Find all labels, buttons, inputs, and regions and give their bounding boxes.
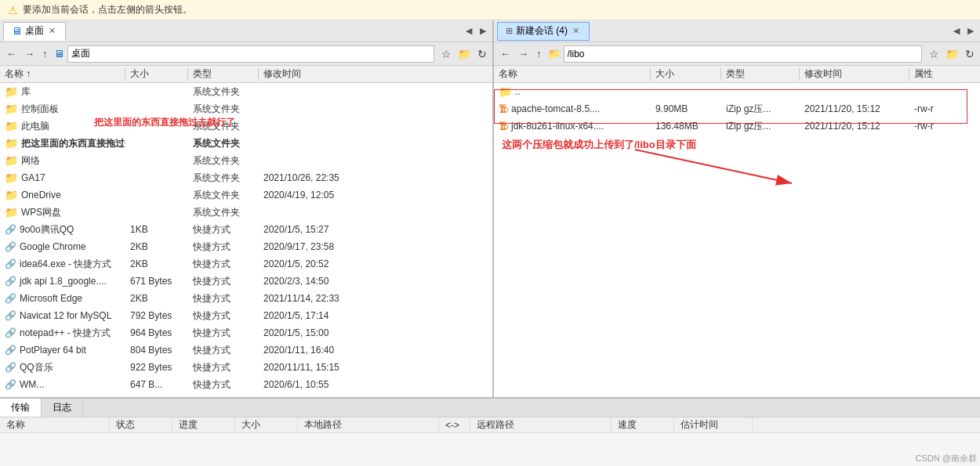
left-file-row[interactable]: 📁 库 系统文件夹 — [0, 83, 492, 100]
left-file-modified: 2021/10/26, 22:35 — [259, 172, 368, 184]
right-path-input[interactable] — [564, 45, 923, 63]
left-file-row[interactable]: 📁 网络 系统文件夹 — [0, 152, 492, 169]
right-forward-btn[interactable]: → — [515, 46, 532, 61]
transfer-col-eta: 估计时间 — [674, 417, 753, 432]
left-file-row[interactable]: 🔗 idea64.exe - 快捷方式 2KB 快捷方式 2020/1/5, 2… — [0, 255, 492, 273]
right-col-modified[interactable]: 修改时间 — [800, 67, 909, 81]
left-file-row[interactable]: 🔗 Microsoft Edge 2KB 快捷方式 2021/11/14, 22… — [0, 290, 492, 307]
right-file-size: 136.48MB — [651, 120, 721, 132]
left-col-modified[interactable]: 修改时间 — [259, 67, 368, 81]
left-tab-arrows: ◀ ▶ — [463, 24, 489, 38]
left-file-row[interactable]: 📁 此电脑 系统文件夹 — [0, 117, 492, 135]
left-file-name: 🔗 PotPlayer 64 bit — [0, 344, 125, 356]
left-file-size: 792 Bytes — [125, 309, 188, 322]
notification-bar: ⚠ 要添加当前会话，点击左侧的箭头按钮。 — [0, 0, 980, 20]
left-up-btn[interactable]: ↑ — [39, 46, 51, 61]
right-tab-session[interactable]: ⊞ 新建会话 (4) ✕ — [497, 22, 590, 41]
left-file-type: 快捷方式 — [188, 274, 259, 289]
left-file-type: 系统文件夹 — [188, 205, 259, 220]
right-file-modified — [800, 91, 909, 92]
right-refresh-btn[interactable]: ↻ — [963, 46, 977, 62]
left-tab-desktop[interactable]: 🖥 桌面 ✕ — [3, 22, 66, 41]
left-file-row[interactable]: 🔗 Navicat 12 for MySQL 792 Bytes 快捷方式 20… — [0, 307, 492, 324]
left-path-input[interactable] — [67, 45, 435, 63]
left-tab-next[interactable]: ▶ — [477, 24, 489, 38]
left-tab-prev[interactable]: ◀ — [463, 24, 475, 38]
right-file-row[interactable]: 🗜 jdk-8u261-linux-x64.... 136.48MB iZip … — [494, 117, 980, 135]
left-file-modified: 2020/1/5, 17:14 — [259, 309, 368, 322]
left-forward-btn[interactable]: → — [21, 46, 38, 61]
main-area: 🖥 桌面 ✕ ◀ ▶ ← → ↑ 🖥 ☆ 📁 ↻ 名称 ↑ 大小 — [0, 20, 980, 397]
left-col-type[interactable]: 类型 — [188, 67, 259, 81]
transfer-tab-transfer[interactable]: 传输 — [0, 399, 42, 417]
left-file-row[interactable]: 🔗 Google Chrome 2KB 快捷方式 2020/9/17, 23:5… — [0, 238, 492, 255]
left-file-row[interactable]: 📁 GA17 系统文件夹 2021/10/26, 22:35 — [0, 169, 492, 186]
left-col-name[interactable]: 名称 ↑ — [0, 67, 125, 81]
right-folder-btn[interactable]: 📁 — [943, 46, 961, 62]
right-back-btn[interactable]: ← — [497, 46, 514, 61]
left-file-row[interactable]: 🔗 PotPlayer 64 bit 804 Bytes 快捷方式 2020/1… — [0, 341, 492, 359]
right-file-list[interactable]: 📁 .. 🗜 apache-tomcat-8.5.... 9.90MB iZip… — [494, 83, 980, 397]
left-file-row[interactable]: 📁 控制面板 系统文件夹 — [0, 100, 492, 117]
right-file-type: iZip gz压... — [721, 102, 800, 117]
left-file-row[interactable]: 🔗 WM... 647 B... 快捷方式 2020/6/1, 10:55 — [0, 376, 492, 393]
right-file-type: iZip gz压... — [721, 119, 800, 134]
left-file-type: 系统文件夹 — [188, 188, 259, 203]
left-file-name: 📁 此电脑 — [0, 119, 125, 134]
transfer-col-direction: <-> — [439, 417, 470, 432]
left-tab-bar: 🖥 桌面 ✕ ◀ ▶ — [0, 20, 492, 42]
left-file-type: 系统文件夹 — [188, 154, 259, 168]
left-folder-btn[interactable]: 📁 — [456, 46, 474, 62]
right-file-type — [721, 91, 800, 92]
left-toolbar: ← → ↑ 🖥 ☆ 📁 ↻ — [0, 42, 492, 66]
right-file-row[interactable]: 📁 .. — [494, 83, 980, 100]
left-tab-close[interactable]: ✕ — [47, 26, 57, 36]
left-file-modified: 2020/2/3, 14:50 — [259, 275, 368, 287]
left-file-row[interactable]: 🔗 QQ音乐 922 Bytes 快捷方式 2020/11/11, 15:15 — [0, 359, 492, 376]
left-file-row[interactable]: 🔗 9o0o腾讯QQ 1KB 快捷方式 2020/1/5, 15:27 — [0, 221, 492, 238]
right-bookmark-btn[interactable]: ☆ — [927, 46, 942, 62]
left-file-modified — [259, 143, 368, 144]
transfer-tab-log[interactable]: 日志 — [42, 399, 83, 417]
right-col-attr[interactable]: 属性 — [909, 67, 956, 81]
left-file-size — [125, 143, 188, 144]
right-col-name[interactable]: 名称 — [494, 67, 651, 81]
left-back-btn[interactable]: ← — [3, 46, 20, 61]
left-file-list[interactable]: 📁 库 系统文件夹 📁 控制面板 系统文件夹 📁 此电脑 系统文件夹 📁 把这里… — [0, 83, 492, 397]
right-file-name: 🗜 jdk-8u261-linux-x64.... — [494, 120, 651, 132]
left-file-row[interactable]: 📁 WPS网盘 系统文件夹 — [0, 204, 492, 221]
left-bookmark-btn[interactable]: ☆ — [439, 46, 454, 62]
right-up-btn[interactable]: ↑ — [533, 46, 545, 61]
right-tab-close[interactable]: ✕ — [571, 26, 581, 36]
left-file-type: 快捷方式 — [188, 326, 259, 341]
left-refresh-btn[interactable]: ↻ — [475, 46, 489, 62]
left-file-row[interactable]: 📁 OneDrive 系统文件夹 2020/4/19, 12:05 — [0, 186, 492, 204]
right-file-attr: -rw-r — [909, 120, 956, 132]
left-file-size — [125, 177, 188, 179]
left-file-row[interactable]: 🔗 jdk api 1.8_google.... 671 Bytes 快捷方式 … — [0, 273, 492, 290]
left-file-size — [125, 125, 188, 127]
left-file-type: 快捷方式 — [188, 257, 259, 272]
right-tab-prev[interactable]: ◀ — [950, 24, 963, 38]
right-col-size[interactable]: 大小 — [651, 67, 721, 81]
left-panel: 🖥 桌面 ✕ ◀ ▶ ← → ↑ 🖥 ☆ 📁 ↻ 名称 ↑ 大小 — [0, 20, 494, 397]
right-tab-next[interactable]: ▶ — [964, 24, 977, 38]
left-file-row[interactable]: 🔗 notepad++ - 快捷方式 964 Bytes 快捷方式 2020/1… — [0, 324, 492, 341]
notification-text: 要添加当前会话，点击左侧的箭头按钮。 — [23, 3, 192, 16]
left-file-size: 922 Bytes — [125, 361, 188, 374]
transfer-area: 传输 日志 名称 状态 进度 大小 本地路径 <-> 远程路径 速度 估计时间 — [0, 397, 980, 466]
left-file-size — [125, 108, 188, 110]
left-file-name: 📁 网络 — [0, 154, 125, 168]
right-tab-label: 新建会话 (4) — [516, 24, 568, 38]
transfer-col-header: 名称 状态 进度 大小 本地路径 <-> 远程路径 速度 估计时间 — [0, 417, 980, 433]
right-toolbar-icons: ☆ 📁 ↻ — [927, 46, 977, 62]
left-file-row[interactable]: 📁 把这里面的东西直接拖过去就行了 系统文件夹 — [0, 135, 492, 152]
right-file-row[interactable]: 🗜 apache-tomcat-8.5.... 9.90MB iZip gz压.… — [494, 100, 980, 117]
left-file-name: 🔗 notepad++ - 快捷方式 — [0, 326, 125, 341]
left-file-type: 系统文件夹 — [188, 85, 259, 99]
left-file-modified: 2020/4/19, 12:05 — [259, 189, 368, 201]
left-file-type: 快捷方式 — [188, 291, 259, 306]
right-col-type[interactable]: 类型 — [721, 67, 800, 81]
left-file-name: 📁 把这里面的东西直接拖过去就行了 — [0, 136, 125, 151]
left-col-size[interactable]: 大小 — [125, 67, 188, 81]
